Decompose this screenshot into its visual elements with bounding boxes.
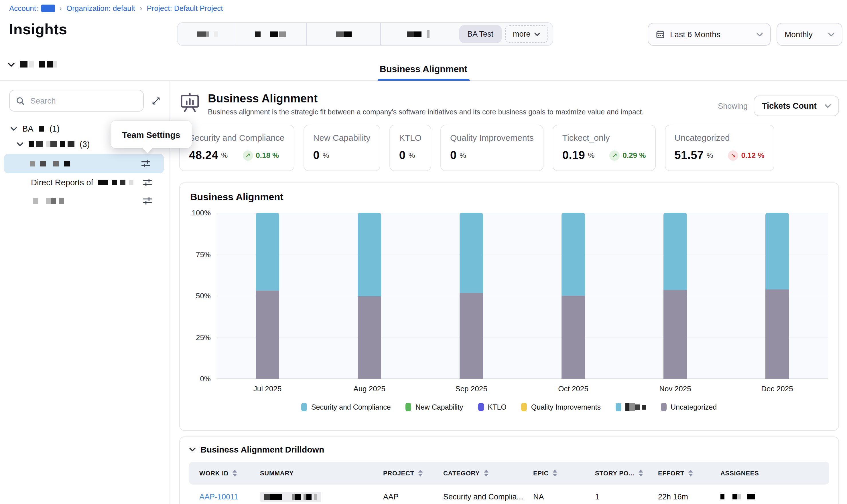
metric-type-value: Tickets Count <box>762 101 817 110</box>
breadcrumb-organization[interactable]: Organization: default <box>66 4 135 13</box>
redaction-block <box>206 32 209 37</box>
more-label: more <box>513 30 531 38</box>
chevron-down-icon <box>189 447 196 452</box>
work-id-link[interactable]: AAP-10011 <box>189 492 260 501</box>
metric-card-value: 0 <box>450 149 457 162</box>
column-header-summary: SUMMARY <box>260 470 383 476</box>
bar-segment-uncategorized[interactable] <box>256 291 279 379</box>
sort-icon[interactable] <box>232 470 237 476</box>
sort-icon[interactable] <box>484 470 488 476</box>
story-points-cell: 1 <box>595 492 658 501</box>
filter-segment-redacted[interactable] <box>181 23 234 45</box>
x-tick-label: Aug 2025 <box>318 384 420 393</box>
tree-item-direct-reports[interactable]: Direct Reports of <box>0 173 170 192</box>
granularity-select[interactable]: Monthly <box>777 23 843 46</box>
redaction-block <box>295 493 301 500</box>
more-filters-button[interactable]: more <box>505 25 548 43</box>
table-row[interactable]: AAP-10011AAPSecurity and Complia...NA122… <box>189 485 829 504</box>
tree-item-count: (1) <box>50 124 59 133</box>
sidebar-collapse-header[interactable] <box>7 61 57 68</box>
bar-segment-uncategorized[interactable] <box>663 290 687 379</box>
bar-segment-uncategorized[interactable] <box>765 289 789 379</box>
search-input[interactable] <box>29 95 137 106</box>
sort-icon[interactable] <box>639 470 643 476</box>
main-panel: Business Alignment Business alignment is… <box>170 80 847 504</box>
breadcrumb-project[interactable]: Project: Default Project <box>147 4 223 13</box>
redaction-block <box>344 31 351 37</box>
stacked-bar[interactable] <box>561 213 585 379</box>
redaction-block <box>270 31 278 37</box>
legend-item[interactable]: New Capability <box>406 403 463 411</box>
sort-icon[interactable] <box>688 470 693 476</box>
metric-card-value: 0 <box>313 149 320 162</box>
column-header-story-po-[interactable]: STORY PO... <box>595 470 658 476</box>
team-settings-icon[interactable] <box>143 178 152 187</box>
filter-segment-redacted[interactable] <box>306 23 380 45</box>
legend-label: Uncategorized <box>671 403 717 411</box>
sort-icon[interactable] <box>553 470 557 476</box>
x-tick-label: Jul 2025 <box>217 384 318 393</box>
redaction-block <box>40 161 46 166</box>
stacked-bar[interactable] <box>663 213 687 379</box>
redaction-block <box>407 31 414 37</box>
bar-segment-uncategorized[interactable] <box>460 293 483 379</box>
redaction-block <box>737 493 741 499</box>
redacted-tree-label <box>39 126 45 131</box>
bar-segment-security-and-compliance[interactable] <box>561 213 585 296</box>
column-header-epic[interactable]: EPIC <box>533 470 595 476</box>
sidebar-search <box>9 90 144 111</box>
bar-segment-security-and-compliance[interactable] <box>256 213 279 291</box>
date-range-select[interactable]: Last 6 Months <box>648 23 771 46</box>
bar-slot <box>624 213 726 379</box>
legend-label: Quality Improvements <box>531 403 601 411</box>
metric-type-select[interactable]: Tickets Count <box>754 95 839 116</box>
bar-segment-security-and-compliance[interactable] <box>460 213 483 293</box>
metric-card-delta-value: 0.18 % <box>256 151 279 160</box>
redaction-block <box>33 198 38 204</box>
column-header-category[interactable]: CATEGORY <box>443 470 533 476</box>
bar-segment-security-and-compliance[interactable] <box>663 213 687 290</box>
legend-item[interactable]: Security and Compliance <box>301 403 391 411</box>
bar-segment-uncategorized[interactable] <box>358 296 381 379</box>
team-settings-icon[interactable] <box>143 196 152 206</box>
legend-item[interactable] <box>616 403 646 411</box>
column-header-work-id[interactable]: WORK ID <box>189 470 260 476</box>
tree-item-selected-team[interactable] <box>4 154 164 173</box>
stacked-bar[interactable] <box>358 213 381 379</box>
bar-segment-security-and-compliance[interactable] <box>765 213 789 289</box>
redaction-block <box>721 493 724 499</box>
stacked-bar[interactable] <box>460 213 483 379</box>
redaction-block <box>427 30 430 38</box>
redaction-block <box>292 493 295 500</box>
bar-segment-uncategorized[interactable] <box>561 296 585 379</box>
y-tick-label: 50% <box>196 291 211 300</box>
drilldown-header[interactable]: Business Alignment Drilldown <box>189 445 829 454</box>
filter-segment-redacted[interactable] <box>380 23 456 45</box>
legend-label: Security and Compliance <box>311 403 391 411</box>
tab-business-alignment[interactable]: Business Alignment <box>379 64 468 81</box>
chevron-down-icon <box>10 127 17 131</box>
legend-swatch <box>616 403 621 411</box>
filter-toolbar: BA Test more <box>177 22 553 46</box>
sort-icon[interactable] <box>418 470 423 476</box>
team-settings-icon[interactable] <box>141 159 151 168</box>
tree-item-other-team[interactable] <box>0 192 170 210</box>
legend-item[interactable]: KTLO <box>478 403 506 411</box>
stacked-bar[interactable] <box>256 213 279 379</box>
metric-card: New Capability0% <box>304 125 380 171</box>
date-range-value: Last 6 Months <box>670 30 751 39</box>
legend-item[interactable]: Quality Improvements <box>521 403 601 411</box>
column-header-effort[interactable]: EFFORT <box>658 470 721 476</box>
column-header-project[interactable]: PROJECT <box>383 470 443 476</box>
legend-item[interactable]: Uncategorized <box>661 403 717 411</box>
breadcrumb-account[interactable]: Account: <box>9 4 55 13</box>
epic-cell: NA <box>533 492 595 501</box>
filter-segment-redacted[interactable] <box>234 23 306 45</box>
bar-segment-security-and-compliance[interactable] <box>358 213 381 296</box>
ba-test-filter-button[interactable]: BA Test <box>459 25 501 43</box>
x-tick-label: Dec 2025 <box>726 384 828 393</box>
trend-up-icon: ↗ <box>243 150 253 160</box>
expand-sidebar-icon[interactable] <box>150 94 162 107</box>
bar-slot <box>726 213 828 379</box>
stacked-bar[interactable] <box>765 213 789 379</box>
